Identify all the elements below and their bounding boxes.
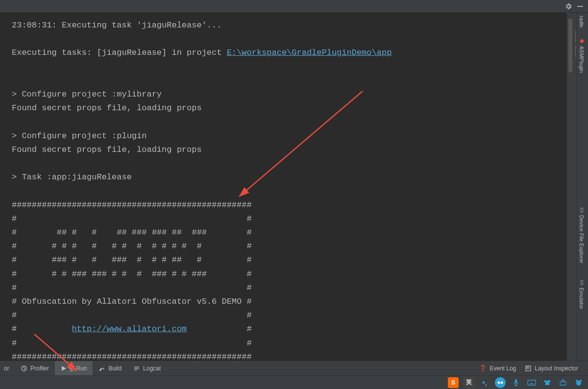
bottom-tab-stub[interactable]: or bbox=[0, 361, 15, 375]
profiler-tab[interactable]: Profiler bbox=[15, 361, 55, 375]
device-icon: ▯ bbox=[580, 206, 584, 213]
build-label: Build bbox=[108, 365, 122, 372]
event-log-icon: ❓ bbox=[479, 365, 487, 372]
event-log-label: Event Log bbox=[490, 365, 516, 372]
layout-inspector-tab[interactable]: Layout Inspector bbox=[525, 365, 578, 372]
system-tray: S 英 •, bbox=[0, 375, 588, 389]
svg-point-9 bbox=[498, 381, 500, 384]
svg-rect-12 bbox=[528, 380, 536, 385]
device-file-explorer-tab[interactable]: ▯ Device File Explorer bbox=[577, 203, 587, 266]
project-path-link[interactable]: E:\workspace\GradlePluginDemo\app bbox=[227, 48, 392, 57]
ime-sogou-icon[interactable]: S bbox=[448, 377, 459, 388]
event-log-tab[interactable]: ❓ Event Log bbox=[479, 365, 516, 372]
logcat-label: Logcat bbox=[143, 365, 161, 372]
top-toolbar bbox=[0, 0, 588, 13]
console-scrollbar[interactable] bbox=[566, 13, 576, 361]
svg-rect-8 bbox=[527, 367, 529, 368]
asmplugin-tab[interactable]: ◆ ASMPlugin bbox=[577, 34, 587, 75]
tray-toolbox-icon[interactable] bbox=[558, 377, 568, 388]
emulator-icon: ▯ bbox=[580, 279, 584, 286]
main-area: 23:08:31: Executing task 'jiaguRelease'.… bbox=[0, 13, 588, 361]
gradle-tab[interactable]: radle bbox=[577, 13, 587, 30]
tray-keyboard-icon[interactable] bbox=[526, 377, 537, 388]
bottom-toolbar: or Profiler 4: Run Build Logcat ❓ Event … bbox=[0, 361, 588, 375]
logcat-icon bbox=[133, 365, 140, 372]
tray-globe-icon[interactable] bbox=[495, 377, 506, 388]
allatori-link[interactable]: http://www.allatori.com bbox=[72, 324, 187, 334]
ime-lang-icon[interactable]: 英 bbox=[464, 377, 474, 388]
tray-mic-icon[interactable] bbox=[511, 377, 521, 388]
svg-rect-11 bbox=[515, 379, 517, 383]
tray-punct-icon[interactable]: •, bbox=[479, 377, 490, 388]
build-tab[interactable]: Build bbox=[93, 361, 127, 375]
run-label: 4: Run bbox=[70, 365, 87, 372]
console-panel: 23:08:31: Executing task 'jiaguRelease'.… bbox=[0, 13, 566, 361]
build-icon bbox=[98, 365, 105, 372]
console-output: 23:08:31: Executing task 'jiaguRelease'.… bbox=[12, 19, 566, 361]
layout-inspector-icon bbox=[525, 365, 532, 372]
right-sidebar: radle ◆ ASMPlugin ▯ Device File Explorer… bbox=[576, 13, 588, 361]
tray-bear-icon[interactable] bbox=[573, 377, 584, 388]
profiler-label: Profiler bbox=[30, 365, 49, 372]
emulator-tab[interactable]: ▯ Emulator bbox=[577, 276, 587, 312]
svg-rect-18 bbox=[560, 382, 566, 385]
svg-point-10 bbox=[501, 381, 503, 384]
run-icon bbox=[61, 365, 67, 371]
hide-icon[interactable] bbox=[574, 0, 586, 12]
svg-point-21 bbox=[576, 381, 581, 386]
asm-icon: ◆ bbox=[580, 37, 584, 44]
svg-rect-0 bbox=[577, 6, 583, 7]
logcat-tab[interactable]: Logcat bbox=[127, 361, 167, 375]
tray-skin-icon[interactable] bbox=[542, 377, 553, 388]
run-tab[interactable]: 4: Run bbox=[55, 361, 93, 375]
layout-inspector-label: Layout Inspector bbox=[535, 365, 578, 372]
profiler-icon bbox=[21, 365, 27, 372]
settings-icon[interactable] bbox=[563, 0, 574, 12]
scrollbar-thumb[interactable] bbox=[568, 19, 572, 73]
